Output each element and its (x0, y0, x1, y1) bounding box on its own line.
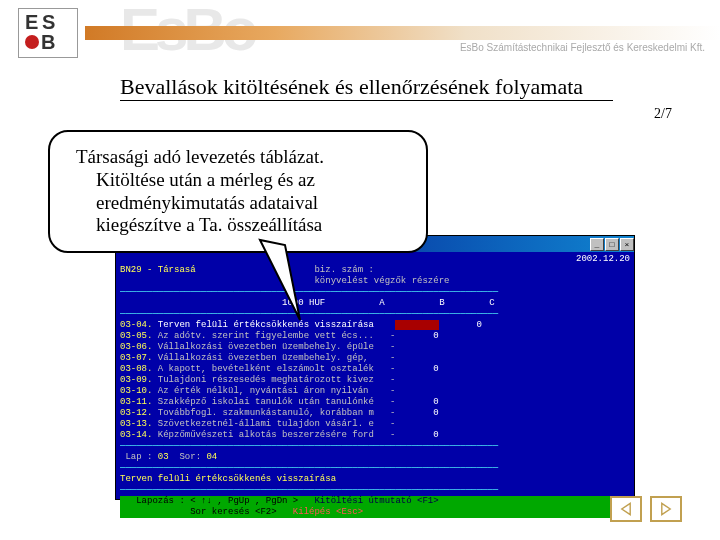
table-row[interactable]: 03-08. A kapott, bevételként elszámolt o… (120, 364, 630, 375)
dos-screen: 2002.12.20 BN29 - Társasá biz. szám : kö… (116, 252, 634, 499)
col-c: C (472, 298, 512, 309)
callout-line4: kiegészítve a Ta. összeállítása (76, 214, 408, 237)
footer-help-2: Sor keresés <F2> Kilépés <Esc> (120, 507, 630, 518)
maximize-button[interactable]: □ (605, 238, 619, 251)
logo-dot-icon (25, 35, 39, 49)
logo-line2: B (25, 31, 77, 54)
callout-line3: eredménykimutatás adataival (76, 192, 408, 215)
banner-subtitle: EsBo Számítástechnikai Fejlesztő és Kere… (460, 42, 705, 53)
table-row[interactable]: 03-13. Szövetkezetnél-állami tulajdon vá… (120, 419, 630, 430)
table-row[interactable]: 03-10. Az érték nélkül, nyvántási áron n… (120, 386, 630, 397)
minimize-button[interactable]: _ (590, 238, 604, 251)
col-a: A (352, 298, 412, 309)
table-row[interactable]: 03-05. Az adótv. szerint figyelembe vett… (120, 331, 630, 342)
table-row[interactable]: 03-09. Tulajdoni részesedés meghatározot… (120, 375, 630, 386)
close-button[interactable]: × (620, 238, 634, 251)
callout-line2: Kitöltése után a mérleg és az (76, 169, 408, 192)
logo-line1: E S (25, 13, 77, 31)
gradient-bar (85, 26, 720, 40)
explanation-callout: Társasági adó levezetés táblázat. Kitölt… (48, 130, 428, 253)
col-b: B (412, 298, 472, 309)
top-banner: EsBo E S B EsBo Számítástechnikai Fejles… (0, 0, 720, 68)
status-line: Terven felüli értékcsökkenés visszaírása (120, 474, 630, 485)
next-button[interactable] (650, 496, 682, 522)
table-row[interactable]: 03-07. Vállalkozási övezetben üzembehely… (120, 353, 630, 364)
dos-application-window: _ □ × 2002.12.20 BN29 - Társasá biz. szá… (115, 235, 635, 500)
slide-navigation (610, 496, 682, 522)
page-title: Bevallások kitöltésének és ellenőrzéséne… (120, 74, 613, 101)
prev-button[interactable] (610, 496, 642, 522)
table-row[interactable]: 03-14. Képzőművészeti alkotás beszerzésé… (120, 430, 630, 441)
table-row[interactable]: 03-12. Továbbfogl. szakmunkástanuló, kor… (120, 408, 630, 419)
footer-help-1: Lapozás : < ↑↓ , PgUp , PgDn > Kitöltési… (120, 496, 630, 507)
table-row[interactable]: 03-11. Szakképző iskolai tanulók után ta… (120, 397, 630, 408)
triangle-right-icon (659, 502, 673, 516)
separator: ────────────────────────────────────────… (120, 287, 630, 298)
position-line: Lap : 03 Sor: 04 (120, 452, 630, 463)
callout-line1: Társasági adó levezetés táblázat. (76, 146, 408, 169)
triangle-left-icon (619, 502, 633, 516)
logo: E S B (18, 8, 78, 58)
table-row[interactable]: 03-04. Terven felüli értékcsökkenés viss… (120, 320, 630, 331)
header-date: 2002.12.20 (576, 254, 630, 264)
header-title: BN29 - Társasá (120, 265, 196, 275)
table-row[interactable]: 03-06. Vállalkozási övezetben üzembehely… (120, 342, 630, 353)
page-counter: 2/7 (654, 106, 672, 122)
